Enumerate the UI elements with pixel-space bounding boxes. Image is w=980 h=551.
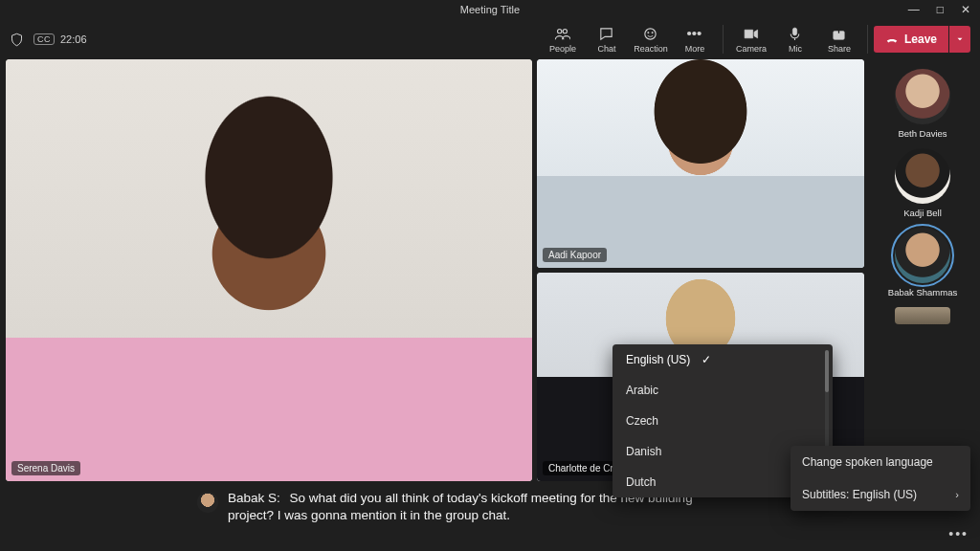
participant-name-chip: Aadi Kapoor xyxy=(543,248,607,262)
check-icon: ✓ xyxy=(702,353,711,366)
caption-speaker: Babak S: xyxy=(228,491,280,505)
svg-rect-3 xyxy=(793,28,797,35)
sidebar-participant[interactable]: Babak Shammas xyxy=(888,228,957,298)
mic-button[interactable]: Mic xyxy=(773,19,817,59)
meeting-timer: 22:06 xyxy=(60,33,87,45)
caption-settings-menu: Change spoken language Subtitles: Englis… xyxy=(791,446,970,511)
mic-icon xyxy=(787,26,803,42)
svg-point-1 xyxy=(648,32,649,33)
video-tile[interactable]: Aadi Kapoor xyxy=(537,59,864,268)
camera-button[interactable]: Camera xyxy=(729,19,773,59)
people-button[interactable]: People xyxy=(541,19,585,59)
chevron-right-icon: › xyxy=(955,489,959,500)
participant-video xyxy=(6,59,532,481)
avatar xyxy=(895,69,950,124)
sidebar-participant-overflow[interactable] xyxy=(895,307,950,324)
change-spoken-language[interactable]: Change spoken language xyxy=(791,446,970,478)
window-title: Meeting Title xyxy=(460,4,520,15)
video-tile-main[interactable]: Serena Davis xyxy=(6,59,532,481)
reaction-icon xyxy=(642,26,658,42)
language-option[interactable]: Arabic xyxy=(612,375,833,406)
share-button[interactable]: Share xyxy=(817,19,861,59)
language-option-selected[interactable]: English (US) ✓ xyxy=(612,344,833,375)
chat-button[interactable]: Chat xyxy=(585,19,629,59)
leave-options-button[interactable] xyxy=(949,26,970,53)
reaction-button[interactable]: Reaction xyxy=(629,19,673,59)
svg-point-2 xyxy=(652,32,653,33)
shield-icon xyxy=(10,33,24,47)
participant-name-chip: Serena Davis xyxy=(11,461,80,475)
more-icon: ••• xyxy=(686,26,702,42)
sidebar-participant[interactable]: Beth Davies xyxy=(895,69,950,139)
camera-icon xyxy=(743,26,759,42)
avatar xyxy=(895,228,950,283)
cc-badge[interactable]: CC xyxy=(33,33,55,45)
window-minimize[interactable]: — xyxy=(908,3,920,16)
participant-video xyxy=(537,59,864,268)
toolbar-separator xyxy=(723,25,724,54)
more-button[interactable]: ••• More xyxy=(673,19,717,59)
caption-more-button[interactable]: ••• xyxy=(948,526,969,541)
share-icon xyxy=(831,26,847,42)
subtitles-setting[interactable]: Subtitles: English (US) › xyxy=(791,478,970,511)
avatar xyxy=(895,148,950,204)
caption-avatar xyxy=(197,492,218,513)
toolbar-separator xyxy=(867,25,868,54)
chevron-down-icon xyxy=(955,34,965,44)
chat-icon xyxy=(598,26,614,42)
svg-point-0 xyxy=(645,28,656,38)
window-close[interactable]: ✕ xyxy=(961,3,970,16)
leave-button[interactable]: Leave xyxy=(874,26,948,53)
people-icon xyxy=(554,26,570,42)
hangup-icon xyxy=(885,33,899,46)
sidebar-participant[interactable]: Kadji Bell xyxy=(895,148,950,218)
avatar xyxy=(895,307,950,324)
window-maximize[interactable]: □ xyxy=(937,3,944,16)
language-option[interactable]: Czech xyxy=(612,406,833,436)
